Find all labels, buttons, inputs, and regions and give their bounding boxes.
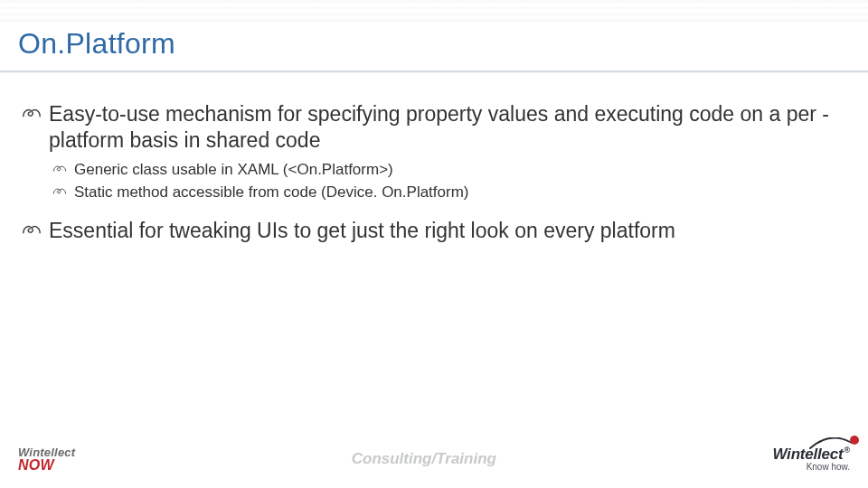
- swirl-bullet-icon: [22, 218, 42, 238]
- title-underline: [0, 70, 868, 72]
- bullet-text: Static method accessible from code (Devi…: [74, 183, 852, 203]
- bullet-level2: Static method accessible from code (Devi…: [52, 183, 852, 203]
- bullet-text: Easy-to-use mechanism for specifying pro…: [49, 101, 852, 155]
- footer-center-text: Consulting/Training: [352, 450, 496, 468]
- content-area: Easy-to-use mechanism for specifying pro…: [22, 101, 852, 248]
- swoosh-dot-icon: [850, 436, 859, 445]
- bullet-text: Generic class usable in XAML (<On.Platfo…: [74, 160, 852, 181]
- bullet-level1: Easy-to-use mechanism for specifying pro…: [22, 101, 852, 155]
- logo-right-brand: Wintellect®: [772, 446, 850, 462]
- sub-bullet-list: Generic class usable in XAML (<On.Platfo…: [22, 160, 852, 203]
- footer: Wintellect NOW Consulting/Training Winte…: [18, 441, 850, 477]
- swirl-bullet-icon: [22, 101, 42, 121]
- registered-mark: ®: [844, 446, 850, 455]
- slide-title: On.Platform: [18, 27, 175, 61]
- logo-wintellect-now: Wintellect NOW: [18, 446, 75, 473]
- swirl-bullet-icon: [52, 183, 67, 197]
- logo-left-line2: NOW: [18, 458, 75, 473]
- bullet-level2: Generic class usable in XAML (<On.Platfo…: [52, 160, 852, 181]
- logo-right-brand-text: Wintellect: [772, 446, 843, 463]
- bullet-text: Essential for tweaking UIs to get just t…: [49, 218, 852, 244]
- slide: On.Platform Easy-to-use mechanism for sp…: [0, 0, 868, 488]
- logo-left-line1: Wintellect: [18, 446, 75, 458]
- top-stripe-decoration: [0, 0, 868, 25]
- logo-wintellect: Wintellect® Know how.: [772, 446, 850, 472]
- swirl-bullet-icon: [52, 160, 67, 174]
- bullet-level1: Essential for tweaking UIs to get just t…: [22, 218, 852, 244]
- logo-right-tagline: Know how.: [807, 463, 850, 472]
